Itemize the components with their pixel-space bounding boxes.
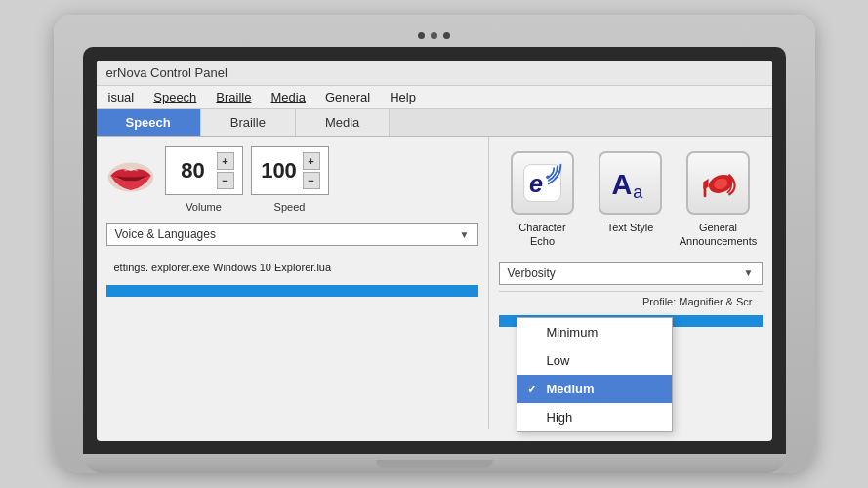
left-panel: 80 + − Volume: [97, 137, 489, 429]
menu-speech[interactable]: Speech: [151, 90, 198, 104]
speed-control: 100 + − Speed: [251, 146, 329, 213]
base-notch: [376, 460, 493, 468]
verbosity-medium[interactable]: ✓ Medium: [517, 375, 672, 403]
voice-languages-arrow: ▼: [460, 229, 470, 240]
camera-dot-center: [431, 32, 437, 39]
svg-point-3: [546, 175, 550, 179]
verbosity-medium-label: Medium: [547, 382, 595, 396]
general-announcements-label: GeneralAnnouncements: [680, 221, 758, 249]
verbosity-arrow: ▼: [744, 267, 754, 278]
general-announcements-icon-box[interactable]: [686, 151, 750, 215]
screen-bezel: erNova Control Panel isual Speech Braill…: [83, 47, 786, 454]
camera-dot-right: [443, 32, 450, 39]
verbosity-minimum[interactable]: Minimum: [517, 318, 672, 346]
character-echo-label: CharacterEcho: [518, 221, 565, 249]
svg-text:A: A: [612, 169, 633, 200]
text-style-label: Text Style: [607, 221, 654, 234]
menu-visual[interactable]: isual: [106, 90, 137, 104]
verbosity-low-label: Low: [547, 353, 570, 368]
main-content: 80 + − Volume: [97, 137, 772, 429]
menu-braille[interactable]: Braille: [214, 90, 253, 104]
speed-label: Speed: [274, 201, 306, 213]
title-bar: erNova Control Panel: [97, 61, 772, 86]
volume-control: 80 + − Volume: [165, 146, 243, 213]
blue-bar-left: [106, 285, 478, 297]
lips-icon: [106, 158, 155, 201]
volume-spinner: + −: [217, 152, 234, 189]
svg-text:e: e: [529, 170, 543, 197]
tab-braille[interactable]: Braille: [201, 109, 296, 136]
speed-up-button[interactable]: +: [303, 152, 320, 170]
text-style-icon-box[interactable]: A a: [599, 151, 662, 215]
volume-down-button[interactable]: −: [217, 172, 234, 189]
voice-languages-label: Voice & Languages: [115, 227, 216, 241]
volume-box: 80 + −: [165, 146, 243, 195]
general-announcements-item[interactable]: GeneralAnnouncements: [680, 151, 758, 249]
verbosity-low[interactable]: Low: [517, 346, 672, 375]
volume-value: 80: [174, 158, 213, 183]
menu-help[interactable]: Help: [388, 90, 418, 104]
speech-section: 80 + − Volume: [106, 146, 478, 213]
status-area: ettings. explorer.exe Windows 10 Explore…: [106, 254, 478, 281]
character-echo-icon-box[interactable]: e: [511, 151, 574, 215]
screen: erNova Control Panel isual Speech Braill…: [97, 61, 772, 441]
verbosity-row: Verbosity ▼: [499, 262, 763, 285]
voice-languages-dropdown[interactable]: Voice & Languages ▼: [106, 223, 478, 246]
verbosity-dropdown[interactable]: Verbosity ▼: [499, 262, 763, 285]
menu-general[interactable]: General: [323, 90, 372, 104]
character-echo-item[interactable]: e CharacterEcho: [504, 151, 582, 249]
speed-spinner: + −: [303, 152, 320, 189]
verbosity-high-label: High: [547, 410, 573, 425]
controls-row: 80 + − Volume: [165, 146, 329, 213]
menu-media[interactable]: Media: [269, 90, 307, 104]
verbosity-menu: Minimum Low ✓ Medium High: [517, 317, 673, 432]
tab-media[interactable]: Media: [296, 109, 390, 136]
camera-dot-left: [418, 32, 425, 39]
tab-bar: Speech Braille Media: [97, 109, 772, 137]
text-style-item[interactable]: A a Text Style: [592, 151, 670, 249]
svg-text:a: a: [633, 183, 643, 202]
voice-dropdown-row: Voice & Languages ▼: [106, 223, 478, 246]
icons-row: e CharacterEcho: [499, 146, 763, 254]
profile-bar: Profile: Magnifier & Scr: [499, 291, 763, 311]
volume-up-button[interactable]: +: [217, 152, 234, 170]
verbosity-high[interactable]: High: [517, 403, 672, 431]
menu-bar: isual Speech Braille Media General Help: [97, 86, 772, 109]
speed-down-button[interactable]: −: [303, 172, 320, 189]
verbosity-minimum-label: Minimum: [547, 325, 599, 340]
profile-text: Profile: Magnifier & Scr: [642, 296, 752, 307]
title-text: erNova Control Panel: [106, 65, 227, 80]
laptop-outer: erNova Control Panel isual Speech Braill…: [54, 15, 815, 473]
status-text: ettings. explorer.exe Windows 10 Explore…: [106, 258, 478, 277]
tab-speech[interactable]: Speech: [97, 109, 201, 136]
volume-label: Volume: [186, 201, 222, 213]
verbosity-label: Verbosity: [508, 266, 556, 280]
checkmark-icon: ✓: [527, 383, 537, 396]
speed-value: 100: [260, 158, 299, 183]
speed-box: 100 + −: [251, 146, 329, 195]
camera-row: [418, 32, 450, 39]
laptop-base: [83, 454, 786, 473]
